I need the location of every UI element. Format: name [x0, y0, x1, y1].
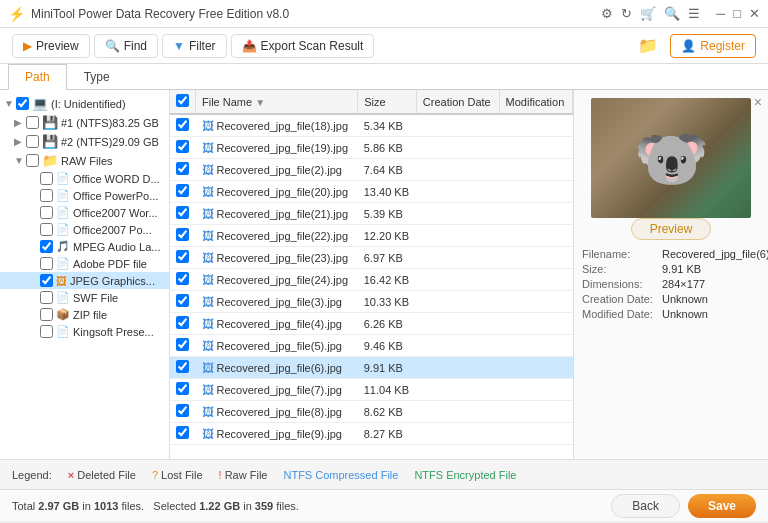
row-checkbox[interactable]	[176, 272, 189, 285]
col-header-name[interactable]: File Name ▼	[196, 90, 358, 114]
export-button[interactable]: 📤 Export Scan Result	[231, 34, 375, 58]
row-checkbox[interactable]	[176, 206, 189, 219]
row-checkbox[interactable]	[176, 228, 189, 241]
row-checkbox-cell	[170, 291, 196, 313]
table-row[interactable]: 🖼 Recovered_jpg_file(2).jpg 7.64 KB	[170, 159, 573, 181]
save-button[interactable]: Save	[688, 494, 756, 518]
tree-item-zip[interactable]: 📦 ZIP file	[0, 306, 169, 323]
maximize-icon[interactable]: □	[733, 6, 741, 21]
file-type-icon: 🖼	[202, 141, 214, 155]
register-button[interactable]: 👤 Register	[670, 34, 756, 58]
back-button[interactable]: Back	[611, 494, 680, 518]
row-checkbox[interactable]	[176, 404, 189, 417]
cart-icon[interactable]: 🛒	[640, 6, 656, 21]
col-header-creation[interactable]: Creation Date	[416, 90, 499, 114]
dimensions-value: 284×177	[662, 278, 705, 290]
find-button[interactable]: 🔍 Find	[94, 34, 158, 58]
minimize-icon[interactable]: ─	[716, 6, 725, 21]
file-type-icon: 🖼	[202, 317, 214, 331]
tree-checkbox-ntfs2[interactable]	[26, 135, 39, 148]
table-row[interactable]: 🖼 Recovered_jpg_file(8).jpg 8.62 KB	[170, 401, 573, 423]
bottom-buttons: Back Save	[611, 494, 756, 518]
tree-checkbox-ppt2[interactable]	[40, 223, 53, 236]
table-row[interactable]: 🖼 Recovered_jpg_file(18).jpg 5.34 KB	[170, 114, 573, 137]
tree-item-ppt2[interactable]: 📄 Office2007 Po...	[0, 221, 169, 238]
table-row[interactable]: 🖼 Recovered_jpg_file(3).jpg 10.33 KB	[170, 291, 573, 313]
tree-item-jpeg[interactable]: 🖼 JPEG Graphics...	[0, 272, 169, 289]
row-checkbox[interactable]	[176, 426, 189, 439]
tab-path[interactable]: Path	[8, 64, 67, 90]
tree-checkbox-swf[interactable]	[40, 291, 53, 304]
tab-type[interactable]: Type	[67, 64, 127, 89]
row-checkbox[interactable]	[176, 162, 189, 175]
upload-icon[interactable]: 📁	[638, 36, 658, 55]
tree-item-ntfs1[interactable]: ▶ 💾 #1 (NTFS)83.25 GB	[0, 113, 169, 132]
tree-checkbox-ntfs1[interactable]	[26, 116, 39, 129]
tree-checkbox-kingsoft[interactable]	[40, 325, 53, 338]
status-bar: Legend: × Deleted File ? Lost File ! Raw…	[0, 459, 768, 489]
row-checkbox[interactable]	[176, 250, 189, 263]
preview-close-button[interactable]: ×	[754, 94, 762, 110]
tree-item-swf[interactable]: 📄 SWF File	[0, 289, 169, 306]
table-row[interactable]: 🖼 Recovered_jpg_file(21).jpg 5.39 KB	[170, 203, 573, 225]
row-checkbox[interactable]	[176, 316, 189, 329]
app-title: MiniTool Power Data Recovery Free Editio…	[31, 7, 289, 21]
tree-checkbox-pdf[interactable]	[40, 257, 53, 270]
row-checkbox[interactable]	[176, 140, 189, 153]
table-row[interactable]: 🖼 Recovered_jpg_file(5).jpg 9.46 KB	[170, 335, 573, 357]
settings-icon[interactable]: ⚙	[601, 6, 613, 21]
tree-label-jpeg: JPEG Graphics...	[70, 275, 155, 287]
row-checkbox[interactable]	[176, 382, 189, 395]
tree-checkbox-jpeg[interactable]	[40, 274, 53, 287]
title-bar: ⚡ MiniTool Power Data Recovery Free Edit…	[0, 0, 768, 28]
tree-item-ntfs2[interactable]: ▶ 💾 #2 (NTFS)29.09 GB	[0, 132, 169, 151]
col-header-modification[interactable]: Modification	[499, 90, 572, 114]
preview-button[interactable]: ▶ Preview	[12, 34, 90, 58]
refresh-icon[interactable]: ↻	[621, 6, 632, 21]
row-checkbox[interactable]	[176, 118, 189, 131]
row-checkbox[interactable]	[176, 338, 189, 351]
row-checkbox[interactable]	[176, 360, 189, 373]
close-icon[interactable]: ✕	[749, 6, 760, 21]
table-row[interactable]: 🖼 Recovered_jpg_file(20).jpg 13.40 KB	[170, 181, 573, 203]
table-row[interactable]: 🖼 Recovered_jpg_file(22).jpg 12.20 KB	[170, 225, 573, 247]
table-row[interactable]: 🖼 Recovered_jpg_file(19).jpg 5.86 KB	[170, 137, 573, 159]
tree-item-ppt[interactable]: 📄 Office PowerPo...	[0, 187, 169, 204]
menu-icon[interactable]: ☰	[688, 6, 700, 21]
preview-button-panel[interactable]: Preview	[631, 218, 712, 240]
row-creation	[416, 269, 499, 291]
table-row[interactable]: 🖼 Recovered_jpg_file(6).jpg 9.91 KB	[170, 357, 573, 379]
row-creation	[416, 137, 499, 159]
tree-item-root[interactable]: ▼ 💻 (I: Unidentified)	[0, 94, 169, 113]
tree-item-pdf[interactable]: 📄 Adobe PDF file	[0, 255, 169, 272]
word2-icon: 📄	[56, 206, 70, 219]
table-row[interactable]: 🖼 Recovered_jpg_file(4).jpg 6.26 KB	[170, 313, 573, 335]
tree-checkbox-word2[interactable]	[40, 206, 53, 219]
tree-checkbox-word[interactable]	[40, 172, 53, 185]
filter-button[interactable]: ▼ Filter	[162, 34, 227, 58]
table-row[interactable]: 🖼 Recovered_jpg_file(23).jpg 6.97 KB	[170, 247, 573, 269]
tree-checkbox-raw[interactable]	[26, 154, 39, 167]
tree-item-word[interactable]: 📄 Office WORD D...	[0, 170, 169, 187]
row-creation	[416, 357, 499, 379]
tree-checkbox-ppt[interactable]	[40, 189, 53, 202]
tree-checkbox-root[interactable]	[16, 97, 29, 110]
tree-item-mpeg[interactable]: 🎵 MPEG Audio La...	[0, 238, 169, 255]
row-checkbox[interactable]	[176, 294, 189, 307]
file-type-icon: 🖼	[202, 229, 214, 243]
tree-item-word2[interactable]: 📄 Office2007 Wor...	[0, 204, 169, 221]
row-modification	[499, 225, 572, 247]
table-row[interactable]: 🖼 Recovered_jpg_file(24).jpg 16.42 KB	[170, 269, 573, 291]
table-row[interactable]: 🖼 Recovered_jpg_file(7).jpg 11.04 KB	[170, 379, 573, 401]
tree-item-kingsoft[interactable]: 📄 Kingsoft Prese...	[0, 323, 169, 340]
select-all-checkbox[interactable]	[176, 94, 189, 107]
tree-checkbox-mpeg[interactable]	[40, 240, 53, 253]
row-checkbox[interactable]	[176, 184, 189, 197]
deleted-symbol: ×	[68, 469, 74, 481]
tree-item-raw[interactable]: ▼ 📁 RAW Files	[0, 151, 169, 170]
table-row[interactable]: 🖼 Recovered_jpg_file(9).jpg 8.27 KB	[170, 423, 573, 445]
row-checkbox-cell	[170, 114, 196, 137]
col-header-size[interactable]: Size	[358, 90, 417, 114]
search-icon[interactable]: 🔍	[664, 6, 680, 21]
tree-checkbox-zip[interactable]	[40, 308, 53, 321]
